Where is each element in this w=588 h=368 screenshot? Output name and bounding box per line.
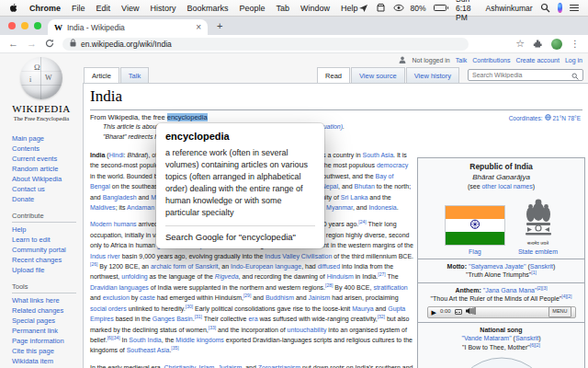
- wiki-link[interactable]: [31]: [195, 314, 202, 319]
- close-window-button[interactable]: [8, 22, 16, 29]
- sidebar-item-upload-file[interactable]: Upload file: [12, 265, 82, 275]
- menu-edit[interactable]: Edit: [96, 4, 111, 13]
- bookmark-star-icon[interactable]: ☆: [515, 39, 525, 49]
- menu-file[interactable]: File: [72, 4, 85, 13]
- tab-close-icon[interactable]: ×: [196, 23, 201, 32]
- sidebar-item-page-information[interactable]: Page information: [12, 336, 82, 346]
- selected-word[interactable]: encyclopedia: [167, 113, 208, 121]
- url-text[interactable]: en.wikipedia.org/wiki/India: [81, 40, 172, 49]
- wiki-link[interactable]: other local names: [481, 183, 532, 190]
- wiki-link[interactable]: Jainism: [309, 294, 331, 301]
- sidebar-item-related-changes[interactable]: Related changes: [12, 305, 82, 316]
- wiki-link[interactable]: Indus river: [90, 253, 120, 259]
- extensions-icon[interactable]: [533, 36, 543, 52]
- state-emblem-image[interactable]: [523, 197, 554, 240]
- wiki-link[interactable]: diffused: [318, 263, 340, 270]
- wiki-link[interactable]: [6][2]: [530, 341, 540, 347]
- personal-link-talk[interactable]: Talk: [456, 57, 467, 63]
- wiki-link[interactable]: "Vande Mataram": [461, 335, 511, 341]
- wiki-link[interactable]: exclusion: [103, 294, 130, 301]
- wiki-link[interactable]: Ganges Basin: [153, 316, 193, 322]
- tab-article[interactable]: Article: [84, 67, 119, 83]
- menubar-user[interactable]: Ashwinkumar: [486, 4, 533, 13]
- wiki-link[interactable]: [1]: [531, 270, 537, 275]
- coordinates-label[interactable]: Coordinates:: [509, 115, 543, 121]
- wiki-link[interactable]: Christianity: [164, 364, 196, 368]
- wiki-link[interactable]: democracy: [377, 162, 408, 168]
- wiki-link[interactable]: [27]: [378, 271, 385, 277]
- wiki-link[interactable]: Hinduism: [327, 273, 354, 280]
- wiki-search-box[interactable]: [468, 69, 583, 81]
- sidebar-item-permanent-link[interactable]: Permanent link: [12, 326, 82, 336]
- player-menu-button[interactable]: MENU: [548, 306, 571, 318]
- notification-app-icon[interactable]: [358, 3, 368, 13]
- wiki-link[interactable]: [2][3]: [537, 284, 547, 290]
- menu-view[interactable]: View: [121, 4, 139, 13]
- india-flag-image[interactable]: [445, 205, 505, 246]
- flag-caption[interactable]: Flag: [469, 247, 481, 257]
- search-icon[interactable]: [571, 67, 579, 84]
- address-bar[interactable]: en.wikipedia.org/wiki/India: [62, 38, 469, 51]
- wiki-link[interactable]: unfolding: [121, 273, 147, 280]
- box-app-icon[interactable]: [376, 3, 386, 13]
- personal-link-create-account[interactable]: Create account: [515, 57, 559, 63]
- forward-icon[interactable]: →: [27, 39, 37, 49]
- wiki-link[interactable]: Dravidian languages: [90, 284, 149, 291]
- sidebar-item-what-links-here[interactable]: What links here: [12, 295, 82, 305]
- sidebar-item-learn-to-edit[interactable]: Learn to edit: [12, 235, 82, 245]
- wiki-link[interactable]: Southeast Asia: [127, 347, 170, 353]
- sidebar-item-main-page[interactable]: Main page: [12, 133, 82, 144]
- sidebar-item-recent-changes[interactable]: Recent changes: [12, 255, 82, 265]
- sidebar-item-special-pages[interactable]: Special pages: [12, 316, 82, 326]
- sidebar-item-random-article[interactable]: Random article: [12, 164, 82, 174]
- tab-read[interactable]: Read: [317, 67, 350, 83]
- sidebar-item-current-events[interactable]: Current events: [12, 154, 82, 164]
- india-globe-map[interactable]: [448, 355, 555, 368]
- browser-tab[interactable]: W India - Wikipedia ×: [48, 19, 208, 35]
- sidebar-item-contents[interactable]: Contents: [12, 144, 82, 154]
- wiki-link[interactable]: [30]: [186, 303, 193, 308]
- eye-app-icon[interactable]: [393, 3, 403, 13]
- wiki-link[interactable]: Rigveda: [215, 273, 239, 280]
- wiki-search-input[interactable]: [472, 72, 569, 78]
- wiki-link[interactable]: era: [248, 316, 257, 322]
- menu-window[interactable]: Window: [300, 4, 330, 13]
- coordinates-value[interactable]: 21°N 78°E: [553, 115, 582, 121]
- sidebar-item-about-wikipedia[interactable]: About Wikipedia: [12, 174, 82, 184]
- tab-view-history[interactable]: View history: [406, 67, 459, 83]
- sidebar-item-donate[interactable]: Donate: [12, 194, 82, 204]
- wiki-link[interactable]: "Satyameva Jayate": [469, 263, 526, 270]
- wiki-link[interactable]: Islam: [199, 364, 215, 368]
- wiki-link[interactable]: South Asia: [363, 152, 393, 158]
- lock-icon[interactable]: [70, 39, 76, 49]
- chrome-menu-icon[interactable]: ⋮: [571, 40, 580, 49]
- menu-bookmarks[interactable]: Bookmarks: [187, 4, 228, 13]
- wiki-link[interactable]: caste: [140, 294, 155, 301]
- sidebar-item-wikidata-item[interactable]: Wikidata item: [12, 356, 82, 366]
- back-icon[interactable]: ←: [8, 39, 18, 49]
- siri-icon[interactable]: [558, 3, 562, 13]
- personal-link-log-in[interactable]: Log in: [565, 57, 582, 63]
- wiki-link[interactable]: Middle kingdoms: [175, 337, 224, 343]
- menubar-clock[interactable]: Sun 6:18 PM: [456, 0, 478, 22]
- wiki-link[interactable]: stratification: [373, 284, 407, 291]
- wiki-link[interactable]: Judaism: [218, 364, 242, 368]
- search-google-action[interactable]: Search Google for "encyclopedia": [165, 232, 315, 242]
- reload-icon[interactable]: [45, 39, 54, 50]
- wiki-link[interactable]: Indo-European language: [231, 263, 301, 270]
- menu-chrome[interactable]: Chrome: [29, 4, 61, 13]
- wiki-link[interactable]: Sanskrit: [515, 335, 538, 341]
- apple-menu-icon[interactable]: [9, 3, 18, 13]
- wiki-link[interactable]: Bangladesh: [103, 194, 137, 201]
- emblem-caption[interactable]: State emblem: [518, 247, 558, 257]
- wiki-link[interactable]: Hindi: [109, 152, 124, 158]
- new-tab-button[interactable]: +: [217, 20, 222, 31]
- wiki-link[interactable]: Zoroastrianism: [258, 364, 300, 368]
- sidebar-item-contact-us[interactable]: Contact us: [12, 184, 82, 194]
- menu-people[interactable]: People: [239, 4, 265, 13]
- wiki-link[interactable]: Maldives: [90, 204, 116, 211]
- wikipedia-logo[interactable]: Ω W i WIKIPEDIA The Free Encyclopedia: [0, 55, 83, 121]
- wiki-link[interactable]: [4][2]: [561, 293, 571, 299]
- coordinates[interactable]: Coordinates: 21°N 78°E: [509, 114, 581, 121]
- wiki-link[interactable]: untouchability: [288, 327, 327, 333]
